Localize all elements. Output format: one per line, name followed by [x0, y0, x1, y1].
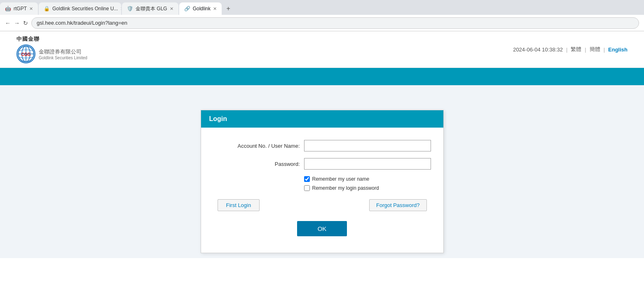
remember-username-label: Remember my user name	[312, 176, 370, 182]
account-label: Account No. / User Name:	[213, 143, 304, 149]
globe-logo-icon: CGG	[16, 44, 35, 63]
header-right: 2024-06-04 10:38:32 | 繁體 | 簡體 | English	[513, 46, 628, 53]
tab-label-rtgpt: rtGPT	[14, 6, 27, 12]
password-input[interactable]	[304, 158, 431, 170]
tab-label-goldlink-securities: Goldlink Securities Online U...	[52, 6, 118, 12]
address-bar-row: ← → ↻ gsl.hee.com.hk/tradeui/Login?lang=…	[0, 15, 644, 31]
login-box-body: Account No. / User Name: Password: Remem…	[201, 128, 443, 253]
tab-jlgb[interactable]: 🛡️ 金聯貴本 GLG ✕	[122, 2, 178, 15]
tab-label-goldlink-active: Goldlink	[193, 6, 211, 12]
tab-close-jlgb[interactable]: ✕	[170, 6, 173, 12]
lang-traditional-link[interactable]: 繁體	[571, 46, 581, 53]
remember-password-checkbox[interactable]	[304, 185, 310, 191]
address-bar[interactable]: gsl.hee.com.hk/tradeui/Login?lang=en	[31, 17, 639, 29]
logo-chinese-text: 中國金聯	[16, 35, 40, 43]
tab-bar: 🤖 rtGPT ✕ 🔒 Goldlink Securities Online U…	[0, 0, 644, 15]
first-login-button[interactable]: First Login	[218, 199, 260, 211]
tab-icon-goldlink-active: 🔗	[184, 6, 190, 12]
lang-simplified-link[interactable]: 簡體	[590, 46, 600, 53]
remember-password-row: Remember my login password	[304, 185, 431, 191]
logo-emblem: CGG 金聯證券有限公司 Goldlink Securities Limited	[16, 44, 87, 63]
tab-rtgpt[interactable]: 🤖 rtGPT ✕	[0, 2, 38, 15]
secondary-button-row: First Login Forgot Password?	[213, 199, 431, 211]
tab-label-jlgb: 金聯貴本 GLG	[136, 5, 167, 12]
password-label: Password:	[213, 161, 304, 167]
site-header: 中國金聯 CGG 金聯證券有限公司 Goldlink Securit	[0, 31, 644, 68]
url-text: gsl.hee.com.hk/tradeui/Login?lang=en	[37, 20, 127, 26]
tab-close-goldlink-active[interactable]: ✕	[213, 6, 217, 12]
page-content: 中國金聯 CGG 金聯證券有限公司 Goldlink Securit	[0, 31, 644, 298]
tab-icon-goldlink-securities: 🔒	[44, 6, 50, 12]
login-box: Login Account No. / User Name: Password:…	[201, 110, 444, 253]
globe-svg: CGG	[17, 45, 35, 63]
lang-divider-3: |	[604, 47, 605, 53]
tab-goldlink-securities[interactable]: 🔒 Goldlink Securities Online U... ✕	[39, 2, 121, 15]
tab-close-goldlink-securities[interactable]: ✕	[120, 6, 121, 12]
tab-close-rtgpt[interactable]: ✕	[29, 6, 33, 12]
login-title: Login	[209, 115, 227, 122]
lang-divider-2: |	[585, 47, 586, 53]
lang-divider-1: |	[566, 47, 567, 53]
header-datetime: 2024-06-04 10:38:32	[513, 47, 563, 53]
remember-username-row: Remember my user name	[304, 176, 431, 182]
browser-chrome: 🤖 rtGPT ✕ 🔒 Goldlink Securities Online U…	[0, 0, 644, 31]
account-input[interactable]	[304, 140, 431, 151]
company-name-en: Goldlink Securities Limited	[39, 56, 87, 60]
tab-goldlink-active[interactable]: 🔗 Goldlink ✕	[179, 2, 222, 15]
tab-icon-jlgb: 🛡️	[127, 6, 133, 12]
company-name-block: 金聯證券有限公司 Goldlink Securities Limited	[39, 48, 87, 60]
reload-icon[interactable]: ↻	[23, 20, 28, 26]
ok-row: OK	[213, 221, 431, 236]
logo-area: 中國金聯 CGG 金聯證券有限公司 Goldlink Securit	[16, 35, 87, 63]
login-box-header: Login	[201, 110, 443, 128]
teal-banner	[0, 68, 644, 85]
password-row: Password:	[213, 158, 431, 170]
account-row: Account No. / User Name:	[213, 140, 431, 151]
remember-password-label: Remember my login password	[312, 185, 379, 191]
new-tab-button[interactable]: +	[222, 3, 234, 14]
svg-text:CGG: CGG	[21, 52, 31, 57]
tab-icon-rtgpt: 🤖	[5, 6, 11, 12]
lang-english-link[interactable]: English	[608, 47, 628, 53]
ok-button[interactable]: OK	[297, 221, 347, 236]
remember-username-checkbox[interactable]	[304, 176, 310, 182]
forgot-password-button[interactable]: Forgot Password?	[369, 199, 427, 211]
forward-icon[interactable]: →	[14, 20, 20, 26]
company-name-cn: 金聯證券有限公司	[39, 48, 87, 56]
main-area: Login Account No. / User Name: Password:…	[0, 85, 644, 258]
back-icon[interactable]: ←	[5, 20, 11, 26]
